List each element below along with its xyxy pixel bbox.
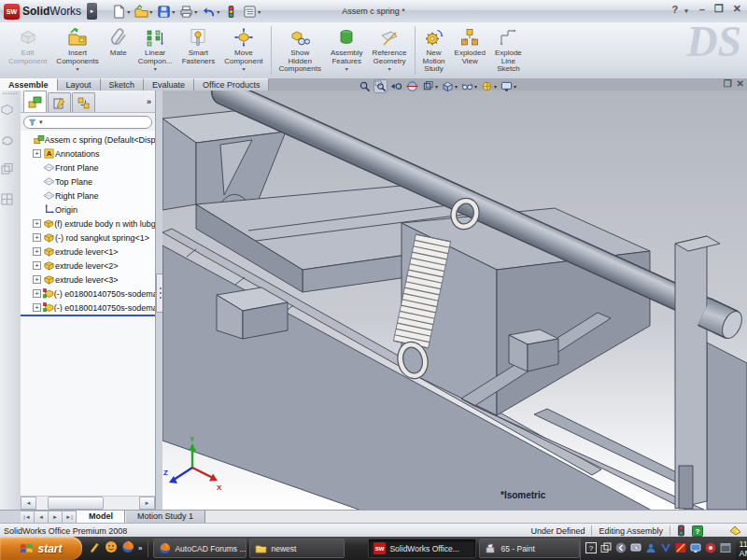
doc-restore-button[interactable]: ❐ — [724, 78, 732, 89]
tree-item[interactable]: Right Plane — [21, 189, 155, 203]
filter-dropdown-arrow[interactable]: ▾ — [39, 119, 43, 126]
exploded-view-button[interactable]: ExplodedView — [450, 24, 490, 77]
expand-icon[interactable]: + — [33, 149, 41, 158]
new-document-button[interactable]: ▾ — [110, 4, 132, 20]
quick-launch-messenger-button[interactable] — [105, 540, 118, 557]
expand-icon[interactable]: + — [33, 289, 41, 298]
move-component-button[interactable]: MoveComponent▾ — [219, 24, 267, 77]
configuration-manager-tab-button[interactable] — [72, 92, 95, 112]
tree-item[interactable]: Assem c spring (Default<Display — [21, 133, 155, 147]
panel-tabs-overflow-button[interactable]: » — [147, 97, 151, 106]
linear-component-pattern-button[interactable]: LinearCompon...▾ — [134, 24, 177, 77]
mate-button[interactable]: Mate — [104, 24, 134, 77]
menu-flyout-button[interactable]: ▸ — [87, 3, 97, 20]
edit-component-button[interactable]: EditComponent — [4, 24, 51, 77]
start-button[interactable]: start — [0, 537, 82, 560]
doc-tab-nav-button-1[interactable]: ◄ — [35, 511, 49, 524]
doc-close-button[interactable]: ✕ — [737, 78, 744, 89]
previous-view-button[interactable] — [389, 79, 403, 93]
filter-input[interactable]: ▾ — [23, 116, 152, 129]
tab-assemble[interactable]: Assemble — [0, 78, 58, 91]
tray-monitor-button[interactable] — [690, 540, 701, 557]
tree-item[interactable]: +(-) e01800140750s-sodemann — [21, 287, 155, 301]
tray-antivirus-button[interactable] — [660, 540, 671, 557]
tray-user-button[interactable] — [645, 540, 656, 557]
expand-icon[interactable]: + — [33, 275, 41, 284]
small-cube-right[interactable] — [509, 329, 558, 371]
tray-display-button[interactable] — [630, 540, 641, 557]
expand-icon[interactable]: + — [33, 219, 41, 228]
taskbar-task[interactable]: AutoCAD Forums ... — [153, 539, 247, 558]
scroll-left-button[interactable]: ◄ — [21, 497, 36, 510]
side-tool-cube-icon[interactable] — [0, 103, 14, 117]
view-orientation-button[interactable]: ▾ — [421, 79, 439, 93]
tray-graphics-button[interactable] — [675, 540, 686, 557]
scroll-right-button[interactable]: ► — [139, 497, 155, 510]
section-view-button[interactable] — [405, 79, 419, 93]
taskbar-task[interactable]: 65 - Paint — [479, 539, 580, 558]
tag-icon[interactable] — [729, 525, 741, 536]
tree-item[interactable]: +extrude lever<3> — [21, 273, 155, 287]
scroll-thumb[interactable] — [48, 497, 104, 510]
panel-horizontal-scrollbar[interactable]: ◄ ► — [21, 496, 155, 510]
explode-line-sketch-button[interactable]: ExplodeLineSketch — [490, 24, 527, 77]
quick-launch-quick-launch-pen-button[interactable] — [88, 540, 101, 557]
quick-launch-overflow-button[interactable]: » — [138, 544, 142, 553]
toolbar-grip[interactable]: •••••• — [0, 91, 21, 96]
display-style-button[interactable]: ▾ — [441, 79, 458, 93]
minimize-button[interactable]: – — [698, 4, 707, 15]
smart-fasteners-button[interactable]: SmartFasteners — [177, 24, 220, 77]
view-settings-button[interactable]: ▾ — [500, 79, 517, 93]
zoom-to-fit-button[interactable] — [358, 79, 372, 93]
feature-tree-tab-button[interactable] — [23, 91, 47, 112]
reference-geometry-button[interactable]: ReferenceGeometry▾ — [368, 24, 412, 77]
tray-collapse-button[interactable] — [615, 540, 627, 557]
quick-tips-icon[interactable]: ? — [692, 525, 703, 537]
doc-tab-model[interactable]: Model — [77, 511, 125, 524]
side-tool-copy-icon[interactable] — [0, 162, 14, 176]
tree-item[interactable]: Origin — [21, 203, 155, 217]
side-tool-grid-icon[interactable] — [0, 192, 14, 206]
side-tool-rotate-icon[interactable] — [0, 133, 14, 147]
taskbar-clock[interactable]: 11:43 AM — [739, 539, 747, 558]
doc-tab-nav-button-2[interactable]: ► — [49, 511, 63, 524]
tree-item[interactable]: +(-) e01800140750s-sodemann — [21, 301, 155, 312]
expand-icon[interactable]: + — [33, 233, 41, 242]
tree-item[interactable]: +(f) extrude body n with lubg k — [21, 217, 155, 231]
tree-item[interactable]: +AAnnotations — [21, 147, 155, 161]
help-button[interactable]: ? ▾ — [668, 4, 691, 15]
insert-components-button[interactable]: InsertComponents▾ — [51, 24, 103, 77]
close-button[interactable]: ✕ — [731, 3, 743, 15]
zoom-to-area-button[interactable] — [374, 79, 388, 93]
restore-button[interactable]: ❐ — [712, 3, 726, 15]
tab-office-products[interactable]: Office Products — [194, 78, 269, 91]
tab-sketch[interactable]: Sketch — [101, 78, 145, 91]
property-manager-tab-button[interactable] — [48, 92, 71, 112]
doc-tab-motion-study-1[interactable]: Motion Study 1 — [125, 511, 205, 524]
expand-icon[interactable]: + — [33, 303, 41, 312]
open-button[interactable]: ▾ — [133, 4, 154, 20]
tray-window-button[interactable] — [720, 540, 731, 557]
quick-launch-firefox-button[interactable] — [121, 540, 134, 557]
expand-icon[interactable]: + — [33, 261, 41, 270]
apply-scene-button[interactable]: ▾ — [480, 79, 498, 93]
tree-item[interactable]: +(-) rod sangkut spring<1> — [21, 231, 155, 245]
tab-evaluate[interactable]: Evaluate — [144, 78, 194, 91]
doc-tab-nav-button-3[interactable]: ►| — [63, 511, 77, 524]
rebuild-status-icon[interactable] — [677, 525, 685, 537]
show-hidden-components-button[interactable]: ShowHiddenComponents — [275, 24, 326, 77]
graphics-viewport[interactable]: Y X Z *Isometric — [162, 91, 747, 510]
tree-item[interactable]: Front Plane — [21, 161, 155, 175]
tray-media-button[interactable] — [705, 540, 716, 557]
taskbar-task[interactable]: newest — [249, 539, 345, 558]
tree-item[interactable]: +extrude lever<1> — [21, 245, 155, 259]
hide-show-items-button[interactable]: ▾ — [460, 79, 478, 93]
new-motion-study-button[interactable]: NewMotionStudy — [418, 24, 450, 77]
taskbar-task[interactable]: SWSolidWorks Office... — [368, 539, 476, 558]
tree-item[interactable]: +extrude lever<2> — [21, 259, 155, 273]
doc-tab-nav-button-0[interactable]: |◄ — [21, 511, 35, 524]
tree-item[interactable]: Top Plane — [21, 175, 155, 189]
expand-icon[interactable]: + — [33, 247, 41, 256]
tray-restore-button[interactable] — [600, 540, 612, 557]
assembly-features-button[interactable]: AssemblyFeatures▾ — [326, 24, 368, 77]
